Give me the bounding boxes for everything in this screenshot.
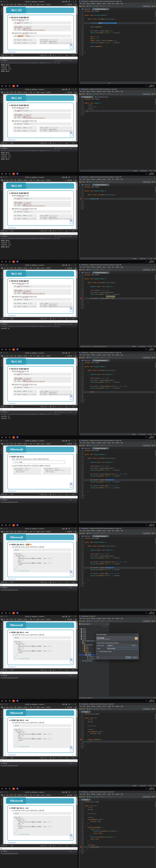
- undo-icon[interactable]: ↶: [3, 265, 4, 266]
- menu-refactor[interactable]: Refactor: [91, 3, 95, 4]
- java-perspective-icon[interactable]: ⬔: [154, 532, 155, 534]
- ribbon-tab-6[interactable]: 슬라이드 쇼: [24, 180, 29, 181]
- menu-search[interactable]: Search: [103, 91, 106, 92]
- zoom-out-button[interactable]: －: [63, 494, 64, 495]
- editor-scrollbar[interactable]: [155, 537, 156, 609]
- console-tab[interactable]: Console: [3, 411, 7, 412]
- editor-scrollbar[interactable]: [155, 450, 156, 521]
- quick-access-box[interactable]: Quick Access: [143, 5, 151, 7]
- maximize-button[interactable]: □: [73, 352, 75, 353]
- forward-icon[interactable]: →: [119, 444, 121, 446]
- task-icon[interactable]: ✦: [105, 357, 106, 358]
- coverage-icon[interactable]: ▶: [98, 708, 99, 710]
- minimize-button[interactable]: ─: [147, 704, 149, 705]
- back-icon[interactable]: ←: [117, 5, 119, 7]
- debug-icon[interactable]: ●: [91, 708, 92, 710]
- minimize-view-icon[interactable]: ─: [106, 623, 107, 625]
- start-icon[interactable]: ⊞: [1, 173, 3, 175]
- close-button[interactable]: ✕: [75, 848, 77, 849]
- menu-file[interactable]: File: [80, 442, 82, 443]
- ribbon-tab-5[interactable]: 애니메이션: [17, 92, 22, 93]
- next-edit-icon[interactable]: →: [115, 181, 116, 183]
- menu-refactor[interactable]: Refactor: [91, 530, 95, 531]
- new-wizard-icon[interactable]: ▩: [79, 532, 81, 534]
- ribbon-tab-6[interactable]: 슬라이드 쇼: [24, 267, 29, 269]
- taskbar-clock[interactable]: 오후 1:472019-07-28: [149, 787, 154, 790]
- editor-tab[interactable]: JComputer.java: [80, 359, 92, 362]
- quick-access-box[interactable]: Quick Access: [143, 620, 151, 622]
- eclipse-icon[interactable]: [16, 260, 18, 262]
- redo-icon[interactable]: ↻: [5, 528, 6, 529]
- perspective-icon[interactable]: ▦: [152, 93, 153, 95]
- zoom-level[interactable]: 90%: [73, 845, 75, 846]
- code-editor[interactable]: 1package sec04.exam02;23public class Com…: [80, 186, 156, 257]
- minimize-button[interactable]: ─: [70, 792, 73, 793]
- ribbon-tab-9[interactable]: 도움말: [36, 4, 39, 5]
- print-icon[interactable]: ▦: [87, 5, 88, 7]
- print-icon[interactable]: ▦: [87, 357, 88, 358]
- task-icon[interactable]: ✦: [105, 181, 106, 183]
- ribbon-tab-5[interactable]: 애니메이션: [17, 443, 22, 444]
- search-icon[interactable]: [5, 788, 7, 789]
- account-name[interactable]: 신용권: [62, 791, 65, 793]
- avatar[interactable]: [66, 89, 67, 90]
- build-icon[interactable]: ✱: [89, 181, 90, 183]
- view-slideshow-icon[interactable]: 🗖: [60, 406, 61, 407]
- error-marker-icon[interactable]: ×: [80, 298, 81, 299]
- slide-canvas[interactable]: 메소드 선언❖매개 변수의 개수를 모를 경우•매개 변수를 배열 타입으로 선…: [3, 358, 76, 405]
- ribbon-tab-7[interactable]: 검토: [30, 4, 32, 5]
- forward-icon[interactable]: →: [119, 796, 121, 798]
- zoom-slider[interactable]: ──◆──: [65, 230, 69, 231]
- editor-tab[interactable]: JComputer.java: [80, 535, 92, 537]
- new-wizard-icon[interactable]: ▩: [79, 93, 81, 95]
- task-icon[interactable]: ✦: [105, 5, 106, 7]
- start-icon[interactable]: ⊞: [1, 788, 3, 789]
- ribbon-tab-4[interactable]: 전환: [14, 92, 16, 93]
- ribbon-tab-8[interactable]: 보기: [33, 619, 35, 620]
- ribbon-tab-10[interactable]: Acrobat: [41, 795, 44, 796]
- ribbon-tab-6[interactable]: 슬라이드 쇼: [24, 4, 29, 5]
- powerpoint-titlebar[interactable]: ▤↶↻▢혼공자바_06_4(최종).pptx - PowerPoint신용권▦─…: [0, 790, 78, 794]
- ribbon-tab-8[interactable]: 보기: [33, 531, 35, 532]
- view-slideshow-icon[interactable]: 🗖: [60, 494, 61, 495]
- undo-icon[interactable]: ↶: [3, 177, 4, 178]
- coverage-icon[interactable]: ▶: [98, 181, 99, 183]
- display-settings-icon[interactable]: ▦: [68, 792, 70, 793]
- minimize-button[interactable]: ─: [70, 233, 73, 234]
- avatar[interactable]: [66, 265, 67, 266]
- java-perspective-icon[interactable]: ⬔: [154, 357, 155, 358]
- menu-run[interactable]: Run: [112, 354, 114, 355]
- pen-input-icon[interactable]: ✎: [146, 173, 147, 175]
- ribbon-tab-5[interactable]: 애니메이션: [17, 355, 22, 357]
- next-edit-icon[interactable]: →: [115, 444, 116, 446]
- powerpoint-titlebar[interactable]: ▤↶↻▢혼공자바_06_4(최종).pptx - PowerPoint신용권▦─…: [0, 615, 78, 618]
- pen-input-icon[interactable]: ✎: [146, 85, 147, 87]
- forward-icon[interactable]: →: [119, 93, 121, 95]
- tab-close-icon[interactable]: ✕: [107, 535, 108, 537]
- powerpoint-icon[interactable]: P: [12, 524, 15, 526]
- share-button[interactable]: ⚇ 공유: [73, 707, 77, 708]
- editor-tab[interactable]: J*Computer.java✕: [80, 96, 94, 98]
- new-class-icon[interactable]: ✚: [101, 181, 102, 183]
- task-icon[interactable]: ✦: [105, 444, 106, 446]
- editor-scrollbar[interactable]: [155, 801, 156, 868]
- maximize-button[interactable]: □: [150, 704, 152, 705]
- thumbnail-pane-collapsed[interactable]: ›축소판 그림: [0, 270, 3, 317]
- menu-navigate[interactable]: Navigate: [97, 442, 101, 443]
- prev-edit-icon[interactable]: ←: [112, 796, 113, 798]
- maximize-button[interactable]: □: [73, 792, 75, 793]
- editor-tab[interactable]: J*Car.java✕: [80, 798, 91, 801]
- ribbon-tab-10[interactable]: Acrobat: [41, 268, 44, 269]
- menu-help[interactable]: Help: [121, 530, 123, 531]
- junit-icon[interactable]: ✚: [103, 708, 104, 710]
- zoom-in-button[interactable]: ＋: [70, 142, 71, 144]
- ribbon-tab-10[interactable]: Acrobat: [41, 355, 44, 356]
- browse-button[interactable]: Browse...: [131, 644, 138, 647]
- slideshow-icon[interactable]: ▢: [6, 89, 8, 90]
- console-window-titlebar[interactable]: ▣─□✕: [0, 320, 78, 323]
- console-tab[interactable]: Console: [3, 499, 7, 500]
- editor-tab[interactable]: JComputerExample.java✕: [92, 447, 109, 450]
- annotation-icon[interactable]: ✎: [110, 708, 111, 710]
- save-icon[interactable]: ▤: [1, 89, 2, 90]
- ribbon-tab-2[interactable]: 삽입: [6, 707, 8, 708]
